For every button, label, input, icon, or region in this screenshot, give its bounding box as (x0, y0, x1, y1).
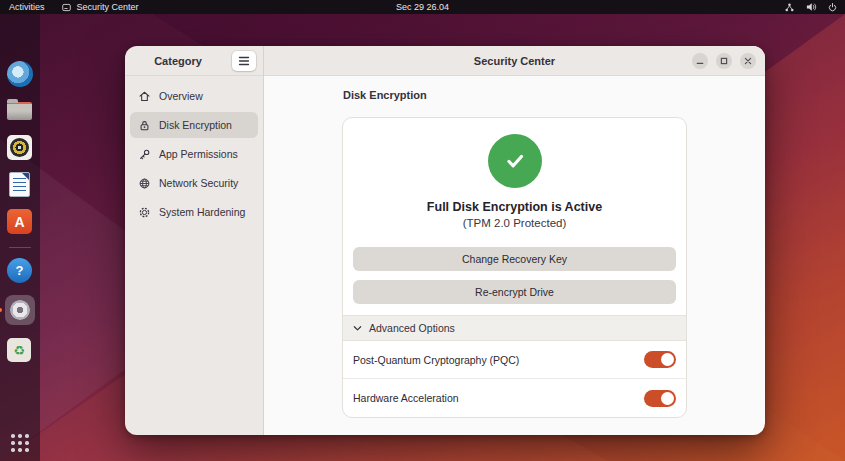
home-icon (138, 90, 151, 103)
dock-item-help[interactable]: ? (7, 258, 33, 284)
pqc-toggle[interactable] (644, 351, 676, 368)
window-controls (692, 53, 756, 69)
dock-item-files[interactable] (7, 98, 33, 124)
sidebar-header: Category (125, 46, 263, 76)
pqc-row: Post-Quantum Cryptography (PQC) (343, 341, 686, 379)
re-encrypt-drive-button[interactable]: Re-encrypt Drive (353, 280, 676, 304)
sidebar-item-label: App Permissions (159, 148, 238, 160)
sidebar-item-label: Network Security (159, 177, 238, 189)
status-headline: Full Disk Encryption is Active (343, 200, 686, 214)
volume-icon (805, 1, 817, 13)
top-bar: Activities Security Center Sec 29 26.04 (0, 0, 845, 14)
advanced-options-expander[interactable]: Advanced Options (343, 315, 686, 341)
window-titlebar: Security Center (264, 46, 765, 76)
close-button[interactable] (740, 53, 756, 69)
window-title: Security Center (264, 55, 765, 67)
dock-separator (9, 247, 31, 248)
minimize-icon (696, 57, 704, 65)
sidebar-item-network-security[interactable]: Network Security (130, 170, 258, 196)
sidebar-item-app-permissions[interactable]: App Permissions (130, 141, 258, 167)
hardware-acceleration-toggle[interactable] (644, 390, 676, 407)
running-indicator (0, 308, 2, 312)
maximize-button[interactable] (716, 53, 732, 69)
sidebar-item-label: Overview (159, 90, 203, 102)
gear-icon (138, 206, 151, 219)
dock-item-settings[interactable] (5, 295, 35, 325)
show-apps-button[interactable] (11, 434, 29, 452)
disk-encryption-card: Full Disk Encryption is Active (TPM 2.0 … (342, 117, 687, 418)
dock-item-firefox[interactable] (7, 24, 33, 50)
recycle-icon: ♻ (7, 338, 31, 362)
key-icon (138, 148, 151, 161)
power-icon (827, 2, 838, 13)
files-folder-icon (7, 102, 32, 120)
hardware-acceleration-label: Hardware Acceleration (353, 392, 459, 404)
chevron-down-icon (353, 325, 362, 332)
activities-button[interactable]: Activities (9, 2, 45, 12)
dock-item-media-player[interactable] (7, 135, 33, 161)
dock-item-ubuntu-software[interactable]: A (7, 209, 33, 235)
thunderbird-icon (7, 61, 33, 87)
close-icon (744, 57, 752, 65)
focused-app-title: Security Center (77, 2, 139, 12)
libreoffice-writer-icon (9, 172, 30, 197)
dock-item-archive-utility[interactable]: ♻ (7, 338, 33, 364)
content-area: Disk Encryption Full Disk Encryption is … (264, 76, 765, 435)
expander-label: Advanced Options (369, 322, 455, 334)
sidebar-item-disk-encryption[interactable]: Disk Encryption (130, 112, 258, 138)
status-subline: (TPM 2.0 Protected) (343, 217, 686, 229)
clock[interactable]: Sec 29 26.04 (396, 2, 449, 12)
minimize-button[interactable] (692, 53, 708, 69)
lock-icon (138, 119, 151, 132)
system-tray[interactable] (784, 1, 838, 13)
sidebar-item-label: System Hardening (159, 206, 245, 218)
network-share-icon (784, 2, 795, 13)
dock: A ? ♻ (0, 14, 40, 461)
dock-item-thunderbird[interactable] (7, 61, 33, 87)
globe-icon (138, 177, 151, 190)
main-pane: Security Center (264, 46, 765, 435)
maximize-icon (720, 57, 728, 65)
security-center-window: Category Overview (125, 46, 765, 435)
media-player-icon (7, 135, 32, 160)
sidebar-item-label: Disk Encryption (159, 119, 232, 131)
hardware-acceleration-row: Hardware Acceleration (343, 379, 686, 417)
page-title: Disk Encryption (343, 89, 427, 101)
focused-app-menu[interactable]: Security Center (61, 2, 139, 13)
sidebar-title: Category (125, 55, 231, 67)
hamburger-menu-button[interactable] (232, 51, 256, 71)
hamburger-icon (238, 56, 250, 66)
dock-item-libreoffice-writer[interactable] (7, 172, 33, 198)
sidebar: Category Overview (125, 46, 264, 435)
desktop: Activities Security Center Sec 29 26.04 (0, 0, 845, 461)
change-recovery-key-button[interactable]: Change Recovery Key (353, 247, 676, 271)
window-icon (61, 2, 72, 13)
sidebar-item-overview[interactable]: Overview (130, 83, 258, 109)
ubuntu-software-icon: A (7, 209, 32, 234)
sidebar-item-system-hardening[interactable]: System Hardening (130, 199, 258, 225)
help-icon: ? (7, 258, 32, 283)
pqc-label: Post-Quantum Cryptography (PQC) (353, 354, 519, 366)
sidebar-list: Overview Disk Encryption App Permis (125, 76, 263, 235)
settings-gear-icon (10, 300, 30, 320)
check-circle-icon (488, 134, 542, 188)
